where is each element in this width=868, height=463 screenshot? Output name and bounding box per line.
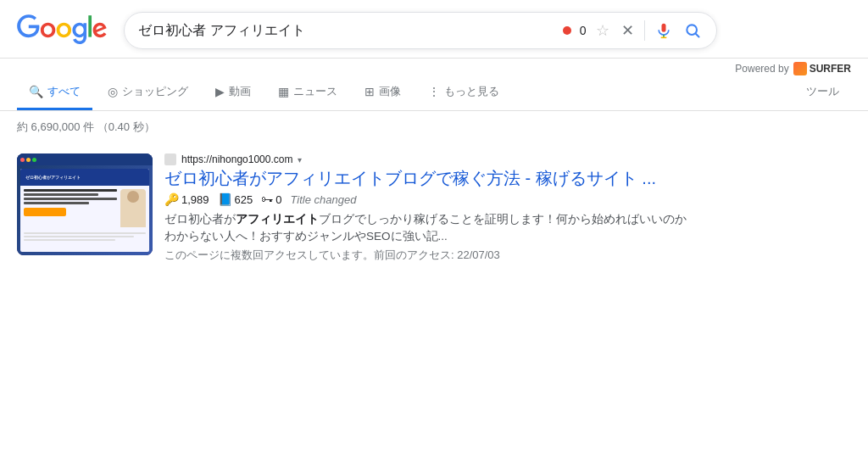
tab-news-icon: ▦ xyxy=(278,85,289,98)
star-icon[interactable]: ☆ xyxy=(594,20,611,42)
surfer-logo[interactable]: SURFER xyxy=(793,62,851,75)
tab-news-label: ニュース xyxy=(293,84,337,99)
nav-tabs: 🔍 すべて ◎ ショッピング ▶ 動画 ▦ ニュース ⊞ 画像 ⋮ もっと見る … xyxy=(0,75,868,111)
surfer-label: SURFER xyxy=(810,63,851,75)
book-icon: 📘 xyxy=(218,192,232,206)
result-favicon xyxy=(164,153,176,165)
svg-line-4 xyxy=(696,34,699,37)
search-bar-icons: 0 ☆ ✕ xyxy=(563,20,704,42)
tab-more-icon: ⋮ xyxy=(428,85,440,98)
tab-news[interactable]: ▦ ニュース xyxy=(266,75,349,110)
results-count: 約 6,690,000 件 （0.40 秒） xyxy=(17,120,155,133)
tab-all[interactable]: 🔍 すべて xyxy=(17,75,92,110)
tab-images-icon: ⊞ xyxy=(364,85,375,98)
metric-book-value: 625 xyxy=(235,193,253,206)
title-changed-badge: Title changed xyxy=(290,193,356,206)
metric-keywords: 🔑 1,989 xyxy=(164,192,209,206)
table-row: ゼロ初心者がアフィリエイト xyxy=(17,143,695,273)
key-icon: 🔑 xyxy=(164,192,179,206)
tab-images[interactable]: ⊞ 画像 xyxy=(353,75,413,110)
tab-shopping-label: ショッピング xyxy=(122,84,188,99)
red-dot-icon xyxy=(563,26,571,35)
tab-video-label: 動画 xyxy=(229,84,251,99)
google-logo[interactable] xyxy=(17,14,107,47)
results-info: 約 6,690,000 件 （0.40 秒） xyxy=(0,111,868,143)
result-url-dropdown-icon[interactable]: ▾ xyxy=(298,155,302,165)
tab-video-icon: ▶ xyxy=(215,85,225,98)
tab-more[interactable]: ⋮ もっと見る xyxy=(416,75,511,110)
counter-value: 0 xyxy=(580,24,587,37)
tab-shopping[interactable]: ◎ ショッピング xyxy=(96,75,200,110)
tab-tools-label: ツール xyxy=(806,84,839,99)
search-input[interactable]: ゼロ初心者 アフィリエイト xyxy=(138,23,552,38)
powered-by-text: Powered by SURFER xyxy=(735,62,851,75)
tab-video[interactable]: ▶ 動画 xyxy=(203,75,263,110)
surfer-icon xyxy=(793,62,807,75)
result-metrics: 🔑 1,989 📘 625 🗝 0 Title changed xyxy=(164,192,695,206)
key2-icon: 🗝 xyxy=(261,192,273,206)
header: ゼロ初心者 アフィリエイト 0 ☆ ✕ xyxy=(0,0,868,59)
tab-more-label: もっと見る xyxy=(444,84,499,99)
result-thumbnail: ゼロ初心者がアフィリエイト xyxy=(17,153,153,255)
tab-shopping-icon: ◎ xyxy=(108,85,118,98)
tab-images-label: 画像 xyxy=(379,84,401,99)
metric-key2: 🗝 0 xyxy=(261,192,281,206)
search-bar: ゼロ初心者 アフィリエイト 0 ☆ ✕ xyxy=(124,12,717,49)
powered-by-row: Powered by SURFER xyxy=(0,59,868,75)
metric-key2-value: 0 xyxy=(275,193,281,206)
metric-book: 📘 625 xyxy=(218,192,253,206)
tab-tools[interactable]: ツール xyxy=(794,75,851,110)
mic-icon[interactable] xyxy=(654,20,674,41)
results-container: ゼロ初心者がアフィリエイト xyxy=(0,143,868,273)
powered-by-label: Powered by xyxy=(735,63,788,75)
snippet-bold: アフィリエイト xyxy=(236,213,319,226)
search-divider xyxy=(644,20,645,41)
tab-all-label: すべて xyxy=(47,84,81,99)
clear-icon[interactable]: ✕ xyxy=(620,20,636,42)
search-submit-icon[interactable] xyxy=(682,20,703,41)
svg-rect-0 xyxy=(662,24,666,32)
result-snippet: ゼロ初心者がアフィリエイトブログでしっかり稼げることを証明します！何から始めれば… xyxy=(164,211,695,246)
result-access-info: このページに複数回アクセスしています。前回のアクセス: 22/07/03 xyxy=(164,248,695,263)
tab-all-icon: 🔍 xyxy=(29,85,43,98)
result-url-line: https://nihongo1000.com ▾ xyxy=(164,153,695,165)
result-url: https://nihongo1000.com xyxy=(181,153,292,165)
metric-keywords-value: 1,989 xyxy=(181,193,209,206)
result-content: https://nihongo1000.com ▾ ゼロ初心者がアフィリエイトブ… xyxy=(164,153,695,263)
result-title[interactable]: ゼロ初心者がアフィリエイトブログで稼ぐ方法 - 稼げるサイト ... xyxy=(164,167,695,189)
search-bar-wrapper: ゼロ初心者 アフィリエイト 0 ☆ ✕ xyxy=(124,12,717,49)
